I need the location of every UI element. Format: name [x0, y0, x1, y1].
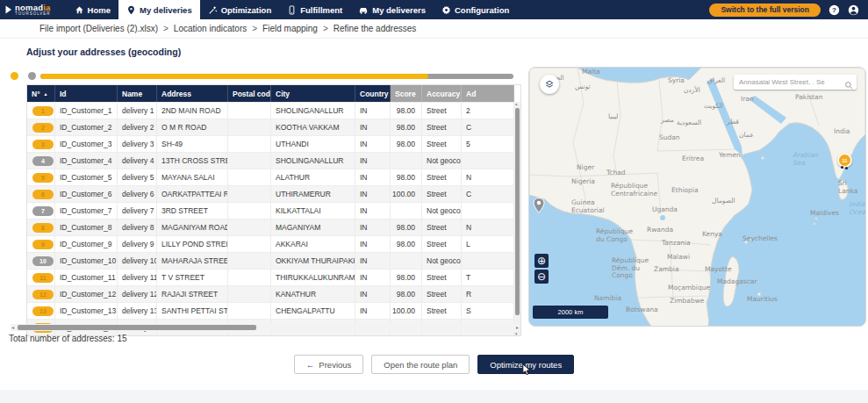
table-row[interactable]: 2ID_Customer_2delivery 2O M R ROADKOOTHA…: [27, 119, 520, 135]
cell-country: IN: [355, 253, 391, 269]
cell-country: IN: [355, 103, 391, 119]
vertical-scrollbar[interactable]: [514, 102, 520, 335]
cell-name: delivery 11: [118, 270, 157, 285]
table-row[interactable]: 12ID_Customer_12delivery 12RAJAJI STREET…: [27, 285, 520, 302]
cell-score: 98.00: [391, 219, 422, 235]
table-row[interactable]: 6ID_Customer_6delivery 6OARKATPATTEAI RO…: [27, 185, 520, 202]
switch-version-button[interactable]: Switch to the full version: [709, 4, 821, 17]
cell-postal: [228, 203, 271, 219]
cell-address: O M R ROAD: [157, 119, 228, 135]
cell-postal: [228, 119, 271, 135]
cell-address: SH-49: [157, 136, 228, 152]
table-row[interactable]: 8ID_Customer_8delivery 8MAGANIYAM ROADMA…: [27, 219, 520, 235]
cell-name: delivery 6: [118, 186, 157, 202]
breadcrumb-item[interactable]: Field mapping: [262, 24, 318, 33]
column-header-country[interactable]: Country: [355, 85, 391, 102]
map-point-marker[interactable]: [845, 167, 848, 169]
tab-home[interactable]: Home: [67, 0, 118, 19]
cell-city: MAGANIYAM: [271, 219, 355, 235]
row-number-badge: 12: [32, 290, 54, 299]
cell-n: 9: [27, 236, 55, 252]
row-number-badge: 10: [32, 256, 54, 266]
bottom-strip: [0, 390, 868, 403]
tab-fulfillment[interactable]: Fulfillment: [279, 0, 350, 19]
cell-id: ID_Customer_6: [55, 186, 118, 202]
cell-extra: [462, 153, 514, 169]
tab-optimization[interactable]: Optimization: [200, 0, 280, 19]
horizontal-scrollbar[interactable]: [11, 324, 520, 331]
column-header-ad[interactable]: Ad: [462, 85, 514, 102]
not-geocoded-marker[interactable]: [533, 198, 545, 217]
breadcrumb-item[interactable]: Refine the addresses: [334, 24, 417, 33]
cell-extra: 2: [462, 103, 514, 119]
tab-my-deliverers[interactable]: My deliverers: [350, 0, 434, 19]
breadcrumb: File import (Deliveries (2).xlsx)>Locati…: [0, 19, 868, 38]
tab-configuration[interactable]: Configuration: [434, 0, 517, 19]
step-dot-pending: [28, 72, 36, 80]
table-row[interactable]: 13ID_Customer_13delivery 13SANTHI PETTAI…: [27, 302, 520, 319]
table-row[interactable]: 4ID_Customer_4delivery 413TH CROSS STREE…: [27, 152, 520, 169]
table-row[interactable]: 9ID_Customer_9delivery 9LILLY POND STREE…: [27, 235, 520, 252]
cell-id: ID_Customer_13: [55, 303, 118, 319]
tab-my-deliveries[interactable]: My deliveries: [118, 0, 200, 19]
cell-accuracy: Not geocoded: [422, 153, 462, 169]
zoom-in-button[interactable]: [534, 254, 549, 268]
cell-address: 2ND MAIN ROAD: [157, 103, 228, 119]
cell-country: IN: [355, 236, 391, 252]
row-number-badge: 11: [32, 273, 54, 283]
brand-logo[interactable]: nomadia TOURSOLVER: [0, 2, 58, 18]
cell-address: T V STREET: [157, 270, 228, 285]
cell-id: ID_Customer_10: [55, 253, 118, 269]
car-icon: [358, 4, 369, 15]
table-row[interactable]: 3ID_Customer_3delivery 3SH-49UTHANDIIN98…: [27, 135, 520, 152]
top-nav: nomadia TOURSOLVER HomeMy deliveriesOpti…: [0, 0, 868, 19]
table-row[interactable]: 10ID_Customer_10delivery 10MAHARAJA STRE…: [27, 252, 520, 269]
cell-score: [391, 203, 422, 219]
map-search-input[interactable]: [734, 75, 857, 90]
breadcrumb-item[interactable]: Location indicators: [174, 24, 247, 33]
breadcrumb-separator: >: [163, 24, 169, 33]
cell-postal: [228, 219, 271, 235]
cell-n: 12: [27, 286, 55, 302]
zoom-out-button[interactable]: [534, 270, 549, 284]
cell-extra: L: [462, 236, 514, 252]
cell-address: MAGANIYAM ROAD: [157, 219, 228, 235]
cell-score: 98.00: [391, 136, 422, 152]
map[interactable]: الجزائرتونسMaltaSyriaالعراقالأردنIranPak…: [528, 67, 866, 327]
map-point-marker[interactable]: [841, 166, 843, 169]
column-header-id[interactable]: Id: [55, 85, 118, 102]
page-title: Adjust your addresses (geocoding): [26, 47, 181, 57]
column-header-address[interactable]: Address: [157, 85, 228, 102]
cell-city: KANATHUR: [271, 286, 355, 302]
horizontal-scrollbar-thumb[interactable]: [18, 325, 256, 330]
cell-extra: T: [462, 270, 514, 285]
user-icon[interactable]: [848, 4, 859, 16]
cell-city: ALATHUR: [271, 169, 355, 185]
column-header-accuracy[interactable]: Accuracy: [422, 85, 462, 102]
cell-country: IN: [355, 136, 391, 152]
help-icon[interactable]: ?: [829, 4, 840, 16]
table-row[interactable]: 1ID_Customer_1delivery 12ND MAIN ROADSHO…: [27, 102, 520, 119]
cell-accuracy: Street: [422, 270, 462, 285]
breadcrumb-item[interactable]: File import (Deliveries (2).xlsx): [39, 24, 158, 33]
cell-city: KOOTHA VAKKAM: [271, 119, 355, 135]
column-header-name[interactable]: Name: [118, 85, 157, 102]
cell-name: delivery 9: [118, 236, 157, 252]
optimize-my-routes-button[interactable]: Optimize my routes: [477, 355, 574, 374]
cell-postal: [228, 303, 271, 319]
cell-id: ID_Customer_7: [55, 203, 118, 219]
table-row[interactable]: 5ID_Customer_5delivery 5MAYANA SALAIALAT…: [27, 169, 520, 185]
cell-n: 13: [27, 303, 55, 319]
vertical-scrollbar-thumb[interactable]: [515, 108, 520, 315]
column-header-city[interactable]: City: [271, 85, 355, 102]
open-route-plan-button[interactable]: Open the route plan: [371, 355, 470, 374]
column-header-n°[interactable]: N°▲: [27, 85, 55, 102]
table-row[interactable]: 7ID_Customer_7delivery 73RD STREETKILKAT…: [27, 202, 520, 219]
column-header-score[interactable]: Score: [391, 85, 422, 102]
table-row[interactable]: 11ID_Customer_11delivery 11T V STREETTHI…: [27, 269, 520, 285]
previous-button[interactable]: ← Previous: [294, 355, 363, 374]
map-layers-button[interactable]: [540, 75, 559, 94]
row-number-badge: 8: [32, 223, 54, 233]
geocoded-cluster-marker[interactable]: 11: [837, 153, 852, 168]
column-header-postal-code[interactable]: Postal code: [228, 85, 271, 102]
